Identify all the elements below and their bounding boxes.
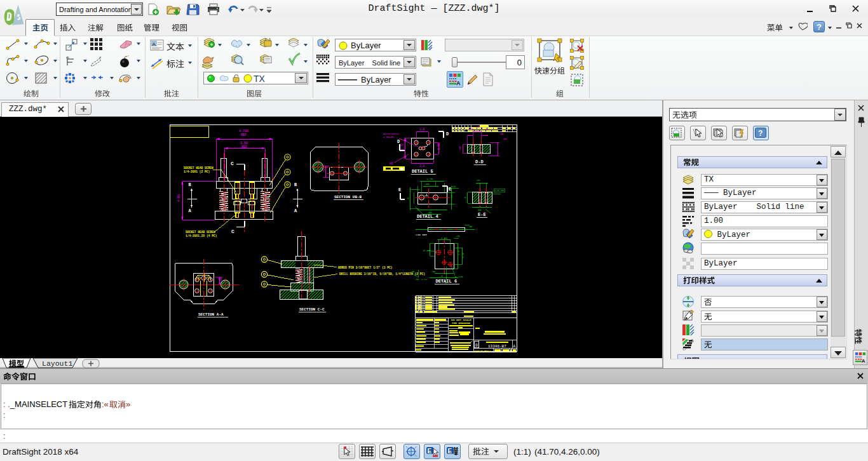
svg-text:1.70: 1.70: [426, 178, 433, 180]
svg-text:A2X3/16X2T: A2X3/16X2T: [383, 133, 400, 135]
svg-text:.78: .78: [455, 235, 460, 237]
svg-text:1/4-20X1.25 (4 PC): 1/4-20X1.25 (4 PC): [186, 234, 217, 237]
svg-text:.06: .06: [468, 225, 473, 228]
svg-text:SOCKET HEAD SCREW: SOCKET HEAD SCREW: [186, 230, 215, 234]
svg-text:E-E: E-E: [478, 212, 486, 217]
svg-text:E: E: [448, 448, 452, 455]
svg-text:.65: .65: [499, 133, 504, 135]
svg-text:1.0: 1.0: [494, 189, 499, 192]
svg-text:0: 0: [475, 344, 478, 348]
svg-text:⌀.38: ⌀.38: [423, 250, 430, 252]
svg-text:D: D: [446, 131, 449, 137]
svg-text:A: A: [189, 208, 192, 213]
svg-text:1.12: 1.12: [421, 278, 428, 281]
svg-text:C: C: [231, 161, 234, 166]
svg-text:2.0: 2.0: [419, 164, 424, 168]
svg-text:2.0: 2.0: [462, 253, 465, 258]
svg-text:E: E: [398, 187, 401, 192]
svg-text:.62: .62: [322, 168, 325, 173]
svg-text:A: A: [513, 344, 516, 349]
svg-text:DRILL BUSHING 3/16"ID, 5/16"OD: DRILL BUSHING 3/16"ID, 5/16"OD, 1/4"LENG…: [339, 272, 425, 276]
svg-text:.38: .38: [459, 146, 461, 151]
svg-text:4 HOLES: 4 HOLES: [383, 136, 395, 138]
svg-text:.38: .38: [468, 128, 473, 130]
svg-text:1.04: 1.04: [441, 237, 448, 239]
svg-text:.38: .38: [414, 278, 419, 281]
svg-text:SECTION UB-B: SECTION UB-B: [334, 195, 362, 199]
svg-text:.44: .44: [475, 179, 480, 182]
svg-text:E: E: [428, 448, 432, 455]
svg-text:REF: REF: [241, 145, 247, 149]
svg-text:.06: .06: [502, 138, 507, 140]
svg-text:D: D: [397, 139, 400, 144]
svg-text:1.75: 1.75: [401, 144, 404, 150]
svg-text:.75: .75: [451, 194, 453, 199]
svg-text:.5: .5: [464, 196, 466, 200]
svg-text:13346-B7: 13346-B7: [488, 344, 506, 349]
svg-text:4.05: 4.05: [177, 194, 181, 202]
svg-text:1/4-20X1 (2 PC): 1/4-20X1 (2 PC): [184, 170, 210, 173]
svg-text:A2: A2: [390, 162, 393, 165]
svg-text:1.50: 1.50: [437, 143, 440, 150]
svg-text:DETAIL 6: DETAIL 6: [436, 279, 458, 284]
svg-text:BORED PIN 3/16"DOCT 1/2" (3 PC: BORED PIN 3/16"DOCT 1/2" (3 PC): [338, 266, 392, 269]
svg-text:A: A: [294, 208, 297, 213]
svg-text:DETAIL 5: DETAIL 5: [412, 169, 433, 174]
svg-text:A: A: [456, 80, 461, 86]
svg-text:.138 REF: .138 REF: [414, 234, 428, 236]
svg-text:.25: .25: [475, 126, 480, 128]
svg-text:A: A: [153, 41, 156, 47]
svg-text:D-D: D-D: [475, 159, 484, 164]
svg-text:SOCKET HEAD SCREW: SOCKET HEAD SCREW: [184, 166, 214, 170]
svg-text:?: ?: [758, 129, 763, 138]
svg-text:.64: .64: [220, 277, 222, 283]
svg-text:B: B: [294, 182, 297, 187]
svg-text:1.0: 1.0: [419, 128, 424, 131]
svg-text:1.0: 1.0: [458, 250, 460, 255]
svg-text:REF: REF: [241, 133, 247, 137]
svg-text:E: E: [449, 187, 451, 192]
svg-text:.85: .85: [424, 183, 430, 185]
svg-text:DETAIL 4: DETAIL 4: [417, 214, 438, 219]
svg-text:SECTION A-A: SECTION A-A: [198, 312, 224, 317]
svg-text:SCALE:FULL: SCALE:FULL: [475, 349, 492, 352]
svg-text:.38: .38: [499, 189, 505, 192]
svg-text:.5: .5: [440, 275, 443, 277]
svg-text:R.125: R.125: [455, 276, 463, 278]
svg-text:.25: .25: [484, 128, 489, 130]
svg-text:THE DRAWING: THE DRAWING: [452, 321, 470, 324]
svg-text:B: B: [189, 182, 192, 187]
svg-text:.65: .65: [477, 209, 482, 211]
svg-text:C: C: [231, 229, 234, 234]
svg-text:A: A: [862, 358, 865, 363]
svg-text:SECTION C-C: SECTION C-C: [299, 307, 325, 312]
svg-text:.55: .55: [431, 271, 436, 273]
svg-text:.5: .5: [407, 197, 409, 201]
